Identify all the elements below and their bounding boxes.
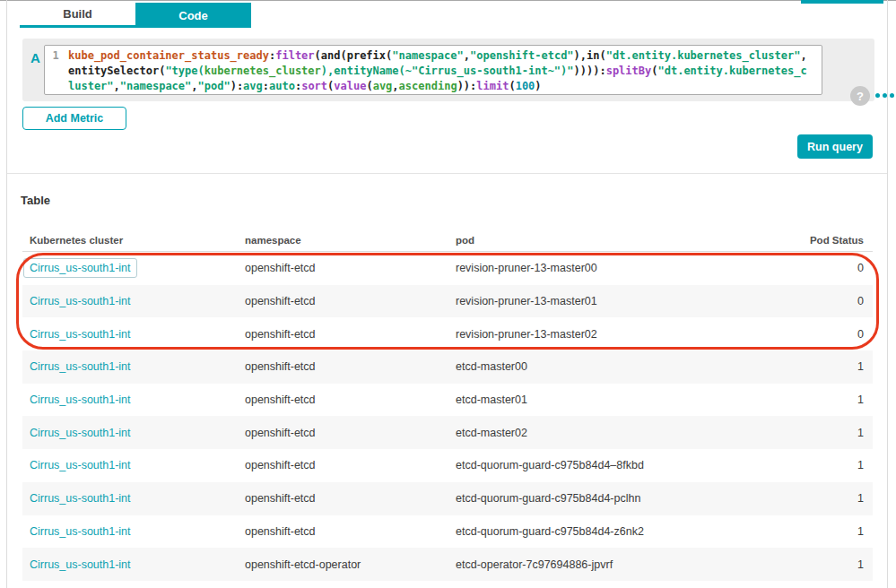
cell-namespace: openshift-etcd <box>245 393 456 406</box>
cell-kubernetes-cluster: Cirrus_us-south1-int <box>30 558 245 571</box>
cell-namespace: openshift-etcd <box>245 262 456 274</box>
cell-pod-status: 0 <box>747 262 864 274</box>
cell-pod: etcd-quorum-guard-c975b84d4-z6nk2 <box>456 525 747 538</box>
cell-pod: etcd-operator-7c97694886-jpvrf <box>456 558 747 571</box>
table-row: Cirrus_us-south1-intopenshift-etcdrevisi… <box>22 252 873 285</box>
add-metric-button[interactable]: Add Metric <box>22 107 126 130</box>
cell-namespace: openshift-etcd <box>245 427 456 439</box>
cell-kubernetes-cluster: Cirrus_us-south1-int <box>30 459 245 471</box>
help-icon[interactable]: ? <box>850 86 870 106</box>
kubernetes-cluster-link[interactable]: Cirrus_us-south1-int <box>30 360 131 373</box>
table-section-title: Table <box>21 194 50 207</box>
tab-code[interactable]: Code <box>135 3 251 28</box>
table-row: Cirrus_us-south1-intopenshift-etcdetcd-q… <box>22 449 873 482</box>
cell-kubernetes-cluster: Cirrus_us-south1-int <box>30 328 245 341</box>
kubernetes-cluster-link[interactable]: Cirrus_us-south1-int <box>30 525 131 538</box>
cell-pod-status: 1 <box>747 525 864 538</box>
query-code-text: kube_pod_container_status_ready:filter(a… <box>66 46 811 94</box>
cell-namespace: openshift-etcd-operator <box>245 558 456 571</box>
cell-namespace: openshift-etcd <box>245 492 456 505</box>
cell-namespace: openshift-etcd <box>245 459 456 471</box>
editor-mode-tabs: Build Code <box>20 3 251 28</box>
table-row: Cirrus_us-south1-intopenshift-etcdrevisi… <box>22 285 873 318</box>
cell-pod: etcd-quorum-guard-c975b84d4-pclhn <box>456 492 747 505</box>
column-header-namespace: namespace <box>245 235 456 246</box>
cell-pod: etcd-master02 <box>456 427 747 439</box>
line-number: 1 <box>45 46 66 94</box>
cell-pod: revision-pruner-13-master02 <box>456 328 747 341</box>
panel-left-border <box>6 0 7 588</box>
metric-letter-label: A <box>30 50 40 65</box>
cell-namespace: openshift-etcd <box>245 525 456 538</box>
run-query-button[interactable]: Run query <box>797 134 873 159</box>
cell-pod-status: 0 <box>747 295 864 307</box>
cell-pod-status: 1 <box>747 360 864 373</box>
cell-pod-status: 1 <box>747 459 864 471</box>
kubernetes-cluster-link[interactable]: Cirrus_us-south1-int <box>23 258 137 278</box>
cell-kubernetes-cluster: Cirrus_us-south1-int <box>30 525 245 538</box>
kubernetes-cluster-link[interactable]: Cirrus_us-south1-int <box>30 328 131 341</box>
cell-kubernetes-cluster: Cirrus_us-south1-int <box>30 360 245 373</box>
metric-query-container: A 1 kube_pod_container_status_ready:filt… <box>22 39 874 101</box>
query-code-editor[interactable]: 1 kube_pod_container_status_ready:filter… <box>44 45 822 95</box>
cell-pod: revision-pruner-13-master00 <box>456 262 747 274</box>
cell-kubernetes-cluster: Cirrus_us-south1-int <box>30 393 245 406</box>
data-explorer-panel: Build Code A 1 kube_pod_container_status… <box>0 0 896 588</box>
cell-kubernetes-cluster: Cirrus_us-south1-int <box>30 492 245 505</box>
cell-namespace: openshift-etcd <box>245 328 456 341</box>
panel-right-border <box>887 0 888 588</box>
cell-pod-status: 0 <box>747 328 864 341</box>
cell-namespace: openshift-etcd <box>245 295 456 307</box>
kubernetes-cluster-link[interactable]: Cirrus_us-south1-int <box>30 558 131 571</box>
cell-pod: etcd-quorum-guard-c975b84d4–8fkbd <box>456 459 747 471</box>
column-header-pod-status: Pod Status <box>747 235 864 246</box>
column-header-kubernetes-cluster: Kubernetes cluster <box>30 235 245 246</box>
column-header-pod: pod <box>456 235 747 246</box>
cell-pod-status: 1 <box>747 492 864 505</box>
kubernetes-cluster-link[interactable]: Cirrus_us-south1-int <box>30 492 131 505</box>
cell-pod-status: 1 <box>747 558 864 571</box>
cell-kubernetes-cluster: Cirrus_us-south1-int <box>30 427 245 439</box>
table-row: Cirrus_us-south1-intopenshift-etcdetcd-m… <box>22 350 873 384</box>
cropped-teal-element <box>801 0 883 4</box>
cell-pod-status: 1 <box>747 393 864 406</box>
kubernetes-cluster-link[interactable]: Cirrus_us-south1-int <box>30 393 131 406</box>
panel-top-border <box>0 0 896 1</box>
table-header-row: Kubernetes cluster namespace pod Pod Sta… <box>22 229 873 252</box>
table-row: Cirrus_us-south1-intopenshift-etcd-opera… <box>22 548 873 581</box>
kubernetes-cluster-link[interactable]: Cirrus_us-south1-int <box>30 427 131 439</box>
cell-pod: etcd-master00 <box>456 360 747 373</box>
table-row: Cirrus_us-south1-intopenshift-etcdetcd-q… <box>22 482 873 515</box>
cell-pod: etcd-master01 <box>456 393 747 406</box>
table-body: Cirrus_us-south1-intopenshift-etcdrevisi… <box>22 252 873 581</box>
cell-namespace: openshift-etcd <box>245 360 456 373</box>
cell-pod: revision-pruner-13-master01 <box>456 295 747 307</box>
cell-kubernetes-cluster: Cirrus_us-south1-int <box>30 262 245 274</box>
table-row: Cirrus_us-south1-intopenshift-etcdetcd-q… <box>22 515 873 549</box>
tab-build[interactable]: Build <box>20 3 135 28</box>
cell-pod-status: 1 <box>747 427 864 439</box>
table-row: Cirrus_us-south1-intopenshift-etcdrevisi… <box>22 317 873 350</box>
cell-kubernetes-cluster: Cirrus_us-south1-int <box>30 295 245 307</box>
table-row: Cirrus_us-south1-intopenshift-etcdetcd-m… <box>22 384 873 417</box>
kubernetes-cluster-link[interactable]: Cirrus_us-south1-int <box>30 295 131 307</box>
table-row: Cirrus_us-south1-intopenshift-etcdetcd-m… <box>22 416 873 449</box>
more-options-icon[interactable] <box>875 93 894 98</box>
section-divider <box>7 173 887 174</box>
kubernetes-cluster-link[interactable]: Cirrus_us-south1-int <box>30 459 131 471</box>
